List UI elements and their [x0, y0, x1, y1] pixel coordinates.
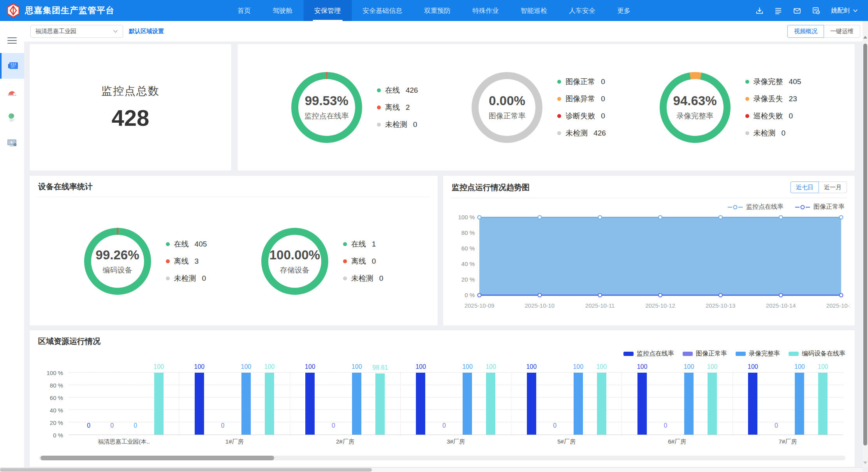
nav-item[interactable]: 安保管理 [303, 0, 352, 21]
window-horizontal-scrollbar[interactable] [0, 467, 863, 472]
chart-horizontal-scrollbar[interactable] [39, 456, 845, 460]
donut-percent: 99.53% [305, 93, 349, 108]
bar[interactable] [375, 373, 385, 435]
bar-slot: 100 [195, 373, 204, 435]
bar-value-label: 0 [442, 422, 446, 429]
video-monitor-icon [7, 138, 18, 148]
chevron-down-icon [113, 30, 118, 33]
one-key-ops-button[interactable]: 一键运维 [824, 25, 860, 38]
nav-item[interactable]: 人车安全 [558, 0, 606, 21]
bar[interactable] [241, 373, 251, 435]
legend-dot-icon [745, 114, 749, 118]
bar[interactable] [463, 373, 472, 435]
bar[interactable] [708, 373, 717, 435]
user-menu[interactable]: 姚配剑 [831, 7, 858, 15]
region-bar-chart: 100 %80 %60 %40 %20 %0 % 000100100010010… [41, 373, 843, 435]
bar-value-label: 100 [573, 363, 583, 370]
bar[interactable] [795, 373, 804, 435]
y-axis-tick-label: 100 % [46, 370, 63, 376]
donut-percent: 100.00% [269, 248, 320, 262]
bar[interactable] [305, 373, 315, 435]
bar[interactable] [637, 373, 647, 435]
sidebar-item-report[interactable] [0, 107, 24, 129]
trend-legend-item[interactable]: 图像正常率 [795, 203, 845, 211]
scroll-down-arrow-icon[interactable] [863, 461, 867, 464]
nav-item[interactable]: 特殊作业 [461, 0, 510, 21]
donut-ring: 99.53%监控点在线率 [291, 72, 362, 143]
bar-slot: 100 [486, 373, 495, 435]
horizontal-scrollbar-thumb[interactable] [0, 468, 372, 472]
bar-value-label: 100 [305, 363, 315, 370]
view-switch: 视频概况 一键运维 [787, 25, 860, 38]
bar[interactable] [527, 373, 536, 435]
bar-legend-item[interactable]: 图像正常率 [683, 350, 727, 358]
mail-icon[interactable] [793, 7, 801, 15]
nav-item[interactable]: 更多 [606, 0, 641, 21]
bar[interactable] [416, 373, 425, 435]
window-vertical-scrollbar[interactable] [863, 21, 868, 467]
nav-item[interactable]: 安全基础信息 [352, 0, 413, 21]
bar-x-axis: 福清思嘉工业园(本..1#厂房2#厂房3#厂房5#厂房6#厂房7#厂房 [69, 438, 843, 446]
donut-label: 监控点在线率 [305, 111, 349, 121]
x-axis-category-label: 福清思嘉工业园(本.. [69, 438, 179, 446]
donut-group: 0.00%图像正常率图像正常0图像异常0诊断失败0未检测426 [472, 70, 606, 145]
vertical-scrollbar-thumb[interactable] [863, 44, 867, 446]
range-7days-button[interactable]: 近七日 [791, 181, 819, 193]
donut-group: 94.63%录像完整率录像完整405录像丢失23巡检失败0未检测0 [660, 70, 801, 145]
monitor-total-label: 监控点总数 [101, 84, 160, 99]
bar[interactable] [818, 373, 828, 435]
nav-item[interactable]: 首页 [227, 0, 262, 21]
bar[interactable] [684, 373, 694, 435]
nav-item[interactable]: 双重预防 [413, 0, 461, 21]
bar-legend-item[interactable]: 录像完整率 [736, 350, 780, 358]
sidebar-item-alarm[interactable] [0, 82, 24, 104]
scroll-up-arrow-icon[interactable] [863, 36, 867, 39]
brand: 思嘉集团生产监管平台 [0, 3, 114, 18]
bar[interactable] [597, 373, 606, 435]
bar[interactable] [154, 373, 164, 435]
bar[interactable] [748, 373, 757, 435]
app-title: 思嘉集团生产监管平台 [25, 5, 114, 16]
bar-legend-item[interactable]: 监控点在线率 [623, 350, 674, 358]
bar-slot: 0 [107, 373, 117, 435]
svg-text:100 %: 100 % [458, 214, 475, 220]
bar-group: 1000100100 [733, 373, 843, 435]
nav-item[interactable]: 驾驶舱 [262, 0, 303, 21]
trend-legend-item[interactable]: 监控点在线率 [728, 203, 783, 211]
video-overview-button[interactable]: 视频概况 [787, 25, 824, 38]
default-region-link[interactable]: 默认区域设置 [129, 28, 164, 35]
legend-item: 在线405 [166, 239, 207, 249]
download-icon[interactable] [755, 7, 764, 15]
legend-item: 图像正常0 [557, 77, 606, 87]
bar-value-label: 100 [194, 363, 205, 370]
schedule-icon[interactable] [812, 6, 820, 15]
svg-text:2025-10-09: 2025-10-09 [465, 302, 495, 309]
range-1month-button[interactable]: 近一月 [819, 181, 847, 193]
collapse-menu-icon[interactable] [7, 37, 17, 44]
bar-legend-label: 监控点在线率 [637, 350, 674, 358]
bar-legend-item[interactable]: 编码设备在线率 [789, 350, 845, 358]
bar-slot: 100 [305, 373, 315, 435]
bar-group: 1000100100 [622, 373, 732, 435]
legend-dot-icon [557, 80, 561, 84]
x-axis-category-label: 5#厂房 [511, 438, 622, 446]
list-icon[interactable] [774, 7, 782, 15]
nav-item[interactable]: 智能巡检 [510, 0, 558, 21]
bar-value-label: 0 [110, 422, 114, 429]
trend-legend-label: 图像正常率 [813, 203, 845, 211]
sidebar-item-video[interactable] [0, 132, 24, 153]
x-axis-category-label: 2#厂房 [290, 438, 400, 446]
monitor-total-value: 428 [112, 105, 150, 131]
bar[interactable] [574, 373, 583, 435]
bar[interactable] [265, 373, 274, 435]
svg-text:0 %: 0 % [465, 292, 475, 298]
bar[interactable] [486, 373, 495, 435]
region-select[interactable]: 福清思嘉工业园 [30, 25, 123, 38]
sidebar-item-monitor-overview[interactable] [0, 53, 24, 79]
scrollbar-thumb[interactable] [40, 456, 274, 460]
bar[interactable] [195, 373, 204, 435]
bar[interactable] [352, 373, 361, 435]
bar-value-label: 100 [707, 363, 718, 370]
bar-slot: 0 [661, 373, 670, 435]
x-axis-category-label: 3#厂房 [400, 438, 511, 446]
